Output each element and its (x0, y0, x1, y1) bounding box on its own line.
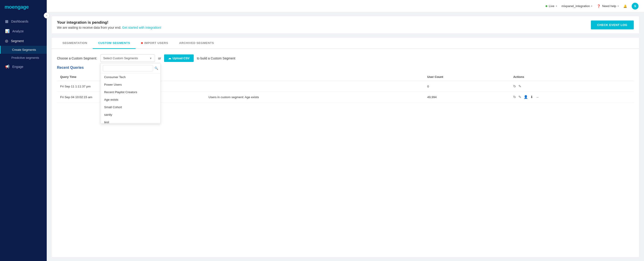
sidebar-collapse-button[interactable]: ‹ (44, 12, 50, 18)
dropdown-option-test[interactable]: test (100, 118, 160, 123)
analyze-icon: 📊 (5, 29, 10, 33)
banner-text: Your integration is pending! We are wait… (57, 20, 161, 29)
banner-subtitle: We are waiting to receive data from your… (57, 26, 161, 29)
help-circle-icon: ❓ (597, 4, 601, 8)
dashboards-icon: ▦ (5, 19, 8, 23)
search-icon: 🔍 (154, 66, 158, 70)
engage-icon: 📢 (5, 64, 10, 69)
topbar: Live ▾ mixpanel_integration ▾ ❓ Need hel… (47, 0, 644, 12)
col-description (205, 73, 424, 81)
sidebar: moengage ‹ ▦ Dashboards 📊 Analyze ◎ Segm… (0, 0, 47, 261)
user-avatar[interactable]: S (632, 3, 638, 9)
row2-description: Users in custom segment: Age exists (205, 92, 424, 102)
edit-icon[interactable]: ✎ (518, 84, 522, 88)
dropdown-option-consumer-tech[interactable]: Consumer Tech (100, 73, 160, 81)
custom-segment-dropdown-trigger[interactable]: Select Custom Segments ▼ (100, 54, 155, 62)
dropdown-arrow-icon: ▼ (150, 57, 152, 60)
bell-icon: 🔔 (623, 4, 627, 8)
user-icon[interactable]: 👤 (524, 95, 528, 99)
main-content: Live ▾ mixpanel_integration ▾ ❓ Need hel… (47, 0, 644, 261)
integration-banner: Your integration is pending! We are wait… (51, 16, 640, 34)
row1-actions: ↻ ✎ (510, 81, 634, 92)
check-event-log-button[interactable]: CHECK EVENT LOG (591, 20, 634, 29)
help-label: Need help (602, 4, 616, 8)
live-status[interactable]: Live ▾ (546, 4, 557, 8)
col-user-count: User Count (424, 73, 510, 81)
sidebar-item-label: Analyze (12, 29, 24, 33)
live-label: Live (549, 4, 554, 8)
sidebar-item-dashboards[interactable]: ▦ Dashboards (0, 16, 47, 26)
sidebar-item-engage[interactable]: 📢 Engage (0, 62, 47, 71)
refresh-icon[interactable]: ↻ (513, 84, 516, 88)
sidebar-item-segment[interactable]: ◎ Segment (0, 36, 47, 46)
refresh-icon[interactable]: ↻ (513, 95, 516, 99)
custom-segment-dropdown-wrapper: Select Custom Segments ▼ 🔍 Consumer Tech… (100, 54, 155, 62)
dropdown-option-playlist-creators[interactable]: Recent Playlist Creators (100, 88, 160, 96)
sidebar-item-label: Dashboards (11, 19, 28, 23)
tab-custom-segments[interactable]: CUSTOM SEGMENTS (93, 37, 136, 49)
live-chevron-icon: ▾ (556, 5, 557, 7)
row1-description (205, 81, 424, 92)
row2-actions: ↻ ✎ 👤 ⬇ → (510, 92, 634, 102)
dropdown-option-age-exists[interactable]: Age exists (100, 96, 160, 103)
sidebar-item-label: Engage (12, 65, 23, 68)
custom-segments-content: Choose a Custom Segment: Select Custom S… (52, 49, 639, 66)
export-icon[interactable]: → (536, 95, 539, 99)
upload-csv-button[interactable]: ☁ Upload CSV (164, 54, 194, 62)
workspace-name: mixpanel_integration (562, 4, 590, 8)
row2-user-count: 49,994 (424, 92, 510, 102)
dropdown-option-power-users[interactable]: Power Users (100, 81, 160, 88)
dropdown-option-small-cohort[interactable]: Small Cohort (100, 103, 160, 111)
chooser-label: Choose a Custom Segment: (57, 56, 97, 60)
help-chevron-icon: ▾ (618, 5, 619, 7)
banner-title: Your integration is pending! (57, 20, 161, 25)
dropdown-search-input[interactable] (103, 65, 153, 71)
dropdown-option-list: Consumer Tech Power Users Recent Playlis… (100, 73, 160, 123)
workspace-selector[interactable]: mixpanel_integration ▾ (562, 4, 592, 8)
tabs-bar: SEGMENTATION CUSTOM SEGMENTS IMPORT USER… (52, 37, 639, 49)
tab-segmentation[interactable]: SEGMENTATION (57, 37, 93, 49)
app-logo: moengage (0, 0, 47, 14)
sidebar-segment-submenu: Create Segments Predictive segments (0, 46, 47, 62)
tab-import-users[interactable]: IMPORT USERS (136, 37, 174, 49)
segment-icon: ◎ (5, 39, 8, 43)
sidebar-item-analyze[interactable]: 📊 Analyze (0, 26, 47, 36)
col-actions: Actions (510, 73, 634, 81)
live-dot-icon (546, 5, 548, 7)
dropdown-search-container: 🔍 (100, 63, 160, 73)
tab-dot-icon (141, 42, 143, 44)
content-area: SEGMENTATION CUSTOM SEGMENTS IMPORT USER… (51, 37, 640, 257)
download-icon[interactable]: ⬇ (530, 95, 533, 99)
sidebar-item-predictive-segments[interactable]: Predictive segments (0, 54, 47, 62)
dropdown-placeholder: Select Custom Segments (103, 56, 138, 60)
upload-icon: ☁ (168, 56, 171, 60)
banner-link[interactable]: Get started with integration! (122, 26, 161, 29)
or-separator: or (158, 56, 161, 60)
sidebar-item-label: Segment (11, 39, 24, 43)
notifications-bell[interactable]: 🔔 (623, 4, 627, 8)
help-button[interactable]: ❓ Need help ▾ (597, 4, 619, 8)
tab-archived-segments[interactable]: ARCHIVED SEGMENTS (174, 37, 220, 49)
edit-icon[interactable]: ✎ (518, 95, 522, 99)
segment-chooser: Choose a Custom Segment: Select Custom S… (57, 54, 634, 62)
sidebar-item-create-segments[interactable]: Create Segments (0, 46, 47, 54)
workspace-chevron-icon: ▾ (591, 5, 592, 7)
row1-user-count: 0 (424, 81, 510, 92)
custom-segment-dropdown-menu: 🔍 Consumer Tech Power Users Recent Playl… (100, 63, 161, 124)
dropdown-option-sanity[interactable]: sanity (100, 111, 160, 118)
sidebar-nav: ▦ Dashboards 📊 Analyze ◎ Segment Create … (0, 14, 47, 74)
to-build-label: to build a Custom Segment (197, 56, 236, 60)
